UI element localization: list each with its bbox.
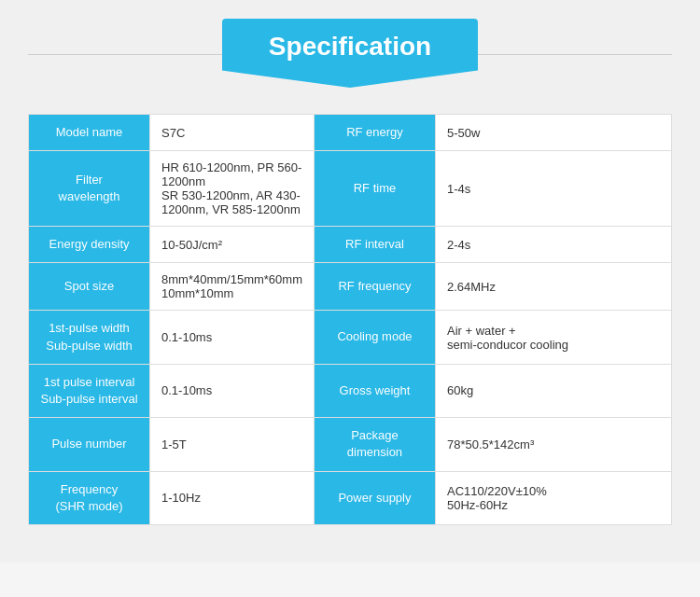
- table-row: Model nameS7CRF energy5-50w: [29, 115, 672, 151]
- right-value-cell: 2-4s: [435, 227, 671, 263]
- left-value-cell: 8mm*40mm/15mm*60mm10mm*10mm: [150, 263, 315, 311]
- right-value-cell: Air + water +semi-conducor cooling: [435, 311, 671, 364]
- left-label-cell: Spot size: [29, 263, 150, 311]
- right-label-cell: RF interval: [314, 227, 435, 263]
- page-title: Specification: [222, 19, 478, 88]
- right-value-cell: 60kg: [435, 364, 671, 417]
- table-row: 1st pulse intervalSub-pulse interval0.1-…: [29, 364, 672, 417]
- specification-table: Model nameS7CRF energy5-50wFilterwavelen…: [28, 114, 672, 525]
- right-label-cell: RF energy: [314, 115, 435, 151]
- right-label-cell: Cooling mode: [314, 311, 435, 364]
- left-value-cell: 0.1-10ms: [150, 364, 315, 417]
- left-value-cell: 1-10Hz: [150, 471, 315, 524]
- right-label-cell: Gross weight: [314, 364, 435, 417]
- left-value-cell: 0.1-10ms: [150, 311, 315, 364]
- table-row: 1st-pulse widthSub-pulse width0.1-10msCo…: [29, 311, 672, 364]
- header-section: Specification: [28, 19, 672, 88]
- right-label-cell: RF frequency: [314, 263, 435, 311]
- spec-table-container: Model nameS7CRF energy5-50wFilterwavelen…: [28, 114, 672, 525]
- left-label-cell: Filterwavelength: [29, 151, 150, 227]
- right-value-cell: 2.64MHz: [435, 263, 671, 311]
- table-row: Frequency(SHR mode)1-10HzPower supplyAC1…: [29, 471, 672, 524]
- left-label-cell: 1st pulse intervalSub-pulse interval: [29, 364, 150, 417]
- page-wrapper: Specification Model nameS7CRF energy5-50…: [0, 0, 700, 562]
- table-row: Pulse number1-5TPackagedimension78*50.5*…: [29, 418, 672, 471]
- right-label-cell: Power supply: [314, 471, 435, 524]
- right-label-cell: Packagedimension: [314, 418, 435, 471]
- left-label-cell: Model name: [29, 115, 150, 151]
- right-label-cell: RF time: [314, 151, 435, 227]
- left-label-cell: Pulse number: [29, 418, 150, 471]
- right-value-cell: 78*50.5*142cm³: [435, 418, 671, 471]
- left-label-cell: 1st-pulse widthSub-pulse width: [29, 311, 150, 364]
- table-row: FilterwavelengthHR 610-1200nm, PR 560-12…: [29, 151, 672, 227]
- left-value-cell: 1-5T: [150, 418, 315, 471]
- left-label-cell: Frequency(SHR mode): [29, 471, 150, 524]
- table-row: Spot size8mm*40mm/15mm*60mm10mm*10mmRF f…: [29, 263, 672, 311]
- left-value-cell: S7C: [150, 115, 315, 151]
- left-label-cell: Energy density: [29, 227, 150, 263]
- left-value-cell: HR 610-1200nm, PR 560-1200nmSR 530-1200n…: [150, 151, 315, 227]
- right-value-cell: AC110/220V±10%50Hz-60Hz: [435, 471, 671, 524]
- left-value-cell: 10-50J/cm²: [150, 227, 315, 263]
- right-value-cell: 5-50w: [435, 115, 671, 151]
- table-row: Energy density10-50J/cm²RF interval2-4s: [29, 227, 672, 263]
- right-value-cell: 1-4s: [435, 151, 671, 227]
